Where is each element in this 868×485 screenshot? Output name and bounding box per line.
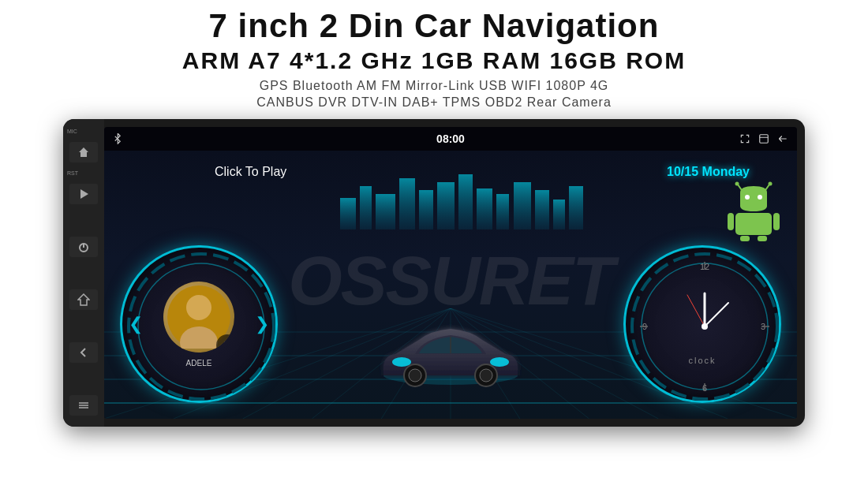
svg-point-69 (769, 182, 773, 186)
svg-rect-37 (569, 186, 583, 229)
power-btn[interactable] (69, 237, 98, 257)
rst-label: RST (63, 170, 78, 176)
cityscape (332, 166, 569, 229)
svg-rect-75 (740, 236, 750, 241)
back-arrow-icon (776, 133, 789, 144)
android-robot (726, 178, 781, 241)
album-art (163, 282, 234, 353)
features-line1: GPS Bluetooth AM FM Mirror-Link USB WIFI… (0, 79, 868, 93)
device-container: MIC RST (47, 119, 821, 427)
svg-rect-74 (773, 213, 780, 230)
svg-marker-43 (224, 341, 231, 349)
bluetooth-icon (112, 133, 123, 144)
spec-line: ARM A7 4*1.2 GHz 1GB RAM 16GB ROM (0, 47, 868, 74)
svg-rect-76 (758, 236, 767, 241)
status-right (739, 133, 789, 144)
artist-name: ADELE (186, 359, 212, 367)
svg-rect-34 (514, 182, 531, 229)
main-title: 7 inch 2 Din Car Navigation (0, 8, 868, 44)
svg-point-47 (490, 357, 509, 367)
svg-rect-27 (376, 194, 395, 229)
svg-marker-1 (80, 189, 88, 199)
music-player: ❮ (120, 245, 278, 403)
header-section: 7 inch 2 Din Car Navigation ARM A7 4*1.2… (0, 0, 868, 110)
svg-rect-29 (419, 190, 433, 229)
screen: 08:00 (104, 127, 797, 419)
status-left (112, 133, 123, 144)
svg-point-71 (758, 195, 762, 200)
svg-point-51 (480, 369, 492, 382)
date-display: 10/15 Monday (667, 165, 750, 179)
expand-icon (739, 133, 751, 144)
left-panel: MIC RST (63, 119, 104, 427)
svg-point-41 (186, 295, 211, 320)
device-outer: MIC RST (63, 119, 805, 427)
svg-rect-32 (477, 188, 492, 229)
svg-rect-28 (399, 178, 415, 229)
click-to-play[interactable]: Click To Play (215, 165, 286, 179)
svg-rect-26 (360, 186, 372, 229)
menu-btn[interactable] (69, 395, 98, 416)
car-display (372, 308, 529, 395)
mic-label: MIC (63, 129, 77, 134)
home-icon-btn[interactable] (69, 289, 98, 310)
window-icon (758, 133, 770, 144)
status-bar: 08:00 (104, 127, 797, 151)
svg-rect-35 (535, 190, 549, 229)
clock-outer: 12 3 6 9 (623, 245, 781, 403)
clock-label: clock (688, 356, 716, 365)
back-icon-btn[interactable] (69, 342, 98, 363)
play-overlay[interactable] (216, 334, 234, 353)
play-btn[interactable] (69, 184, 98, 204)
svg-marker-0 (79, 147, 88, 157)
svg-rect-31 (458, 174, 473, 229)
next-arrow[interactable]: ❯ (255, 314, 269, 334)
status-time: 08:00 (436, 132, 465, 145)
svg-line-63 (705, 303, 728, 326)
svg-rect-72 (735, 213, 772, 235)
svg-marker-4 (78, 294, 89, 305)
home-btn[interactable] (69, 142, 98, 162)
svg-rect-8 (760, 135, 769, 144)
svg-rect-33 (496, 194, 509, 229)
svg-point-67 (735, 182, 739, 186)
svg-rect-25 (340, 198, 356, 229)
svg-rect-73 (728, 213, 734, 230)
music-circle-outer: ❮ (120, 245, 278, 403)
svg-point-70 (745, 195, 750, 200)
features-line2: CANBUS DVR DTV-IN DAB+ TPMS OBD2 Rear Ca… (0, 95, 868, 110)
svg-line-64 (687, 295, 705, 326)
svg-rect-36 (553, 200, 565, 229)
screen-content: OSSURET (104, 151, 797, 419)
clock-display: 12 3 6 9 (623, 245, 781, 403)
prev-arrow[interactable]: ❮ (129, 314, 143, 334)
svg-point-65 (702, 323, 708, 330)
svg-point-49 (409, 369, 421, 382)
page-wrapper: 7 inch 2 Din Car Navigation ARM A7 4*1.2… (0, 0, 868, 485)
svg-rect-30 (437, 182, 455, 229)
svg-point-46 (392, 357, 411, 367)
